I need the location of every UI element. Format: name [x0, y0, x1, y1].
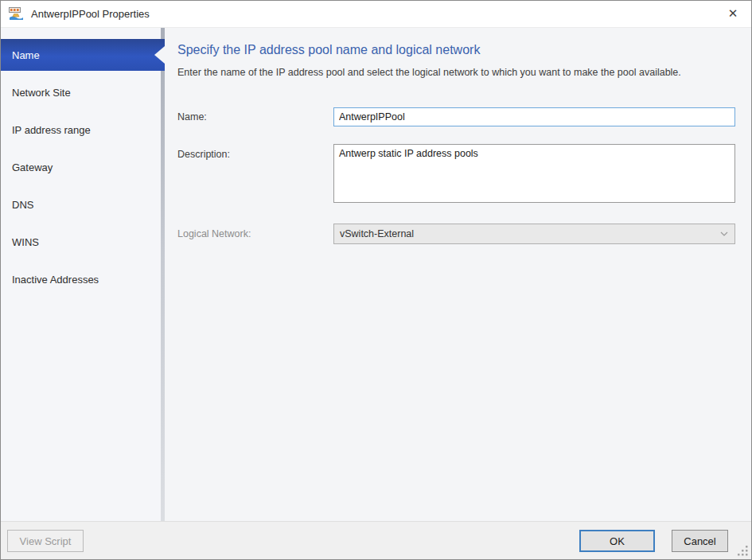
sidebar-item-label: Inactive Addresses	[12, 274, 99, 286]
resize-grip[interactable]	[736, 544, 749, 557]
wizard-nav: Name Network Site IP address range Gatew…	[1, 28, 165, 295]
close-icon[interactable]: ✕	[719, 1, 746, 26]
sidebar-item-label: Gateway	[12, 161, 53, 173]
ip-pool-icon	[9, 7, 24, 21]
cancel-button[interactable]: Cancel	[672, 530, 728, 552]
name-row: Name:	[177, 107, 735, 126]
name-label: Name:	[177, 111, 333, 122]
logical-network-label: Logical Network:	[177, 228, 333, 239]
sidebar-item-label: WINS	[12, 236, 39, 248]
logical-network-value: vSwitch-External	[340, 228, 414, 239]
name-input[interactable]	[333, 107, 735, 126]
dialog-footer: View Script OK Cancel	[1, 521, 751, 559]
sidebar-item-dns[interactable]: DNS	[1, 189, 165, 220]
properties-dialog: AntwerpIPPool Properties ✕ Name Network …	[0, 0, 752, 560]
sidebar-item-label: DNS	[12, 199, 33, 211]
sidebar-item-label: IP address range	[12, 124, 91, 136]
view-script-button: View Script	[7, 530, 84, 552]
logical-network-row: Logical Network: vSwitch-External	[177, 224, 735, 244]
page-title: Specify the IP address pool name and log…	[177, 42, 735, 58]
window-title: AntwerpIPPool Properties	[31, 8, 150, 20]
page-description: Enter the name of the IP address pool an…	[177, 66, 735, 79]
sidebar-item-ip-address-range[interactable]: IP address range	[1, 114, 165, 146]
ok-button[interactable]: OK	[579, 530, 655, 552]
page-content: Specify the IP address pool name and log…	[165, 28, 751, 521]
description-input[interactable]: Antwerp static IP address pools	[333, 144, 735, 203]
sidebar-item-name[interactable]: Name	[1, 39, 165, 71]
sidebar-item-wins[interactable]: WINS	[1, 226, 165, 258]
description-row: Description: Antwerp static IP address p…	[177, 144, 735, 206]
logical-network-dropdown: vSwitch-External	[333, 224, 735, 244]
main-area: Name Network Site IP address range Gatew…	[1, 28, 751, 521]
chevron-down-icon	[720, 231, 728, 236]
sidebar-item-inactive-addresses[interactable]: Inactive Addresses	[1, 263, 165, 295]
wizard-sidebar: Name Network Site IP address range Gatew…	[1, 28, 165, 521]
sidebar-item-label: Name	[12, 49, 40, 61]
ip-pool-form: Name: Description: Antwerp static IP add…	[177, 107, 735, 244]
sidebar-item-gateway[interactable]: Gateway	[1, 151, 165, 183]
sidebar-item-label: Network Site	[12, 87, 71, 99]
sidebar-item-network-site[interactable]: Network Site	[1, 76, 165, 108]
title-bar: AntwerpIPPool Properties ✕	[1, 1, 751, 28]
description-label: Description:	[177, 144, 333, 160]
